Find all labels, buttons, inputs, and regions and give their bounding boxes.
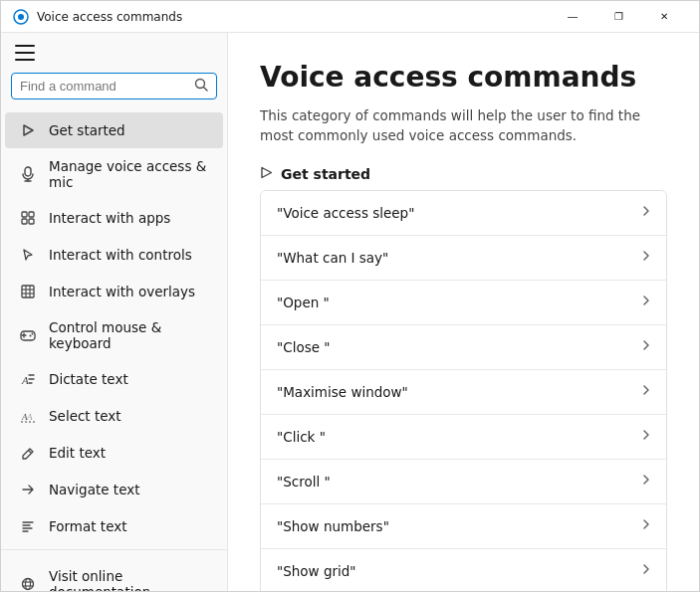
- sidebar-bottom: Visit online documentation Download comm…: [1, 549, 227, 591]
- sidebar-item-label: Control mouse & keyboard: [49, 319, 209, 351]
- command-list: "Voice access sleep" "What can I say" "O…: [260, 190, 667, 592]
- globe-icon: [19, 575, 37, 591]
- command-item[interactable]: "Voice access sleep": [261, 191, 666, 236]
- command-text: "Open ": [277, 295, 330, 310]
- command-item[interactable]: "What can I say": [261, 236, 666, 281]
- sidebar-item-label: Interact with apps: [49, 210, 170, 226]
- search-box[interactable]: [11, 73, 217, 99]
- window-controls: — ❐ ✕: [550, 1, 687, 33]
- page-description: This category of commands will help the …: [260, 105, 667, 146]
- command-text: "Show numbers": [277, 518, 389, 534]
- sidebar: Get started Manage voice access & mic: [1, 33, 228, 591]
- search-input[interactable]: [20, 79, 194, 94]
- overlays-icon: [19, 283, 37, 300]
- svg-rect-5: [25, 167, 31, 176]
- command-item[interactable]: "Close ": [261, 325, 666, 370]
- svg-point-18: [30, 335, 32, 337]
- chevron-right-icon: [642, 474, 650, 489]
- chevron-right-icon: [642, 339, 650, 354]
- chevron-right-icon: [642, 384, 650, 399]
- sidebar-item-label: Manage voice access & mic: [49, 158, 209, 190]
- sidebar-item-get-started[interactable]: Get started: [5, 112, 223, 148]
- svg-rect-9: [29, 212, 34, 217]
- edit-icon: [19, 444, 37, 462]
- chevron-right-icon: [642, 205, 650, 220]
- sidebar-item-visit-docs[interactable]: Visit online documentation: [5, 559, 223, 591]
- sidebar-item-label: Interact with overlays: [49, 284, 195, 299]
- window-title: Voice access commands: [37, 10, 550, 24]
- navigate-icon: [19, 481, 37, 498]
- command-text: "Close ": [277, 339, 331, 355]
- command-item[interactable]: "Maximise window": [261, 370, 666, 415]
- chevron-right-icon: [642, 295, 650, 309]
- sidebar-item-manage-voice[interactable]: Manage voice access & mic: [5, 149, 223, 199]
- sidebar-item-label: Format text: [49, 518, 127, 534]
- sidebar-item-navigate-text[interactable]: Navigate text: [5, 472, 223, 507]
- command-item[interactable]: "Click ": [261, 415, 666, 460]
- dictate-icon: A: [19, 370, 37, 388]
- command-item[interactable]: "Show numbers": [261, 504, 666, 549]
- svg-point-35: [26, 579, 31, 590]
- svg-rect-8: [22, 212, 27, 217]
- svg-text:A: A: [26, 412, 33, 422]
- gamepad-icon: [19, 326, 37, 344]
- sidebar-item-select-text[interactable]: A A Select text: [5, 398, 223, 434]
- svg-point-34: [23, 579, 34, 590]
- svg-rect-10: [22, 219, 27, 224]
- nav-items: Get started Manage voice access & mic: [1, 107, 227, 549]
- grid-icon: [19, 209, 37, 227]
- sidebar-item-label: Edit text: [49, 445, 106, 461]
- sidebar-item-label: Select text: [49, 408, 121, 424]
- sidebar-item-label: Dictate text: [49, 371, 128, 387]
- svg-line-3: [204, 88, 208, 92]
- title-bar: Voice access commands — ❐ ✕: [1, 1, 699, 33]
- command-item[interactable]: "Open ": [261, 281, 666, 325]
- section-header: Get started: [260, 166, 667, 182]
- svg-text:A: A: [21, 374, 29, 386]
- svg-rect-11: [29, 219, 34, 224]
- sidebar-item-label: Get started: [49, 122, 125, 138]
- cursor-icon: [19, 246, 37, 264]
- svg-marker-4: [24, 125, 33, 135]
- mic-icon: [19, 165, 37, 183]
- close-button[interactable]: ✕: [641, 1, 687, 33]
- chevron-right-icon: [642, 518, 650, 533]
- section-title: Get started: [281, 166, 370, 182]
- sidebar-item-interact-overlays[interactable]: Interact with overlays: [5, 274, 223, 309]
- chevron-right-icon: [642, 563, 650, 578]
- command-item[interactable]: "Scroll ": [261, 460, 666, 504]
- svg-point-1: [18, 14, 24, 20]
- chevron-right-icon: [642, 429, 650, 444]
- command-text: "Maximise window": [277, 384, 408, 400]
- chevron-right-icon: [642, 250, 650, 265]
- select-icon: A A: [19, 407, 37, 425]
- page-title: Voice access commands: [260, 61, 667, 94]
- sidebar-item-edit-text[interactable]: Edit text: [5, 435, 223, 471]
- main-content: Voice access commands This category of c…: [228, 33, 699, 591]
- command-item[interactable]: "Show grid": [261, 549, 666, 592]
- sidebar-item-dictate-text[interactable]: A Dictate text: [5, 361, 223, 397]
- hamburger-button[interactable]: [1, 33, 227, 65]
- command-text: "Show grid": [277, 563, 356, 579]
- command-text: "Scroll ": [277, 474, 331, 490]
- sidebar-item-control-mouse[interactable]: Control mouse & keyboard: [5, 310, 223, 360]
- play-icon: [19, 121, 37, 139]
- hamburger-icon: [15, 45, 35, 61]
- search-icon: [194, 78, 208, 95]
- sidebar-item-label: Navigate text: [49, 482, 140, 497]
- maximize-button[interactable]: ❐: [595, 1, 641, 33]
- sidebar-item-label: Visit online documentation: [49, 568, 209, 591]
- sidebar-item-label: Interact with controls: [49, 247, 192, 263]
- app-icon: [13, 9, 29, 25]
- app-window: Voice access commands — ❐ ✕: [0, 0, 700, 592]
- sidebar-item-interact-controls[interactable]: Interact with controls: [5, 237, 223, 273]
- svg-rect-12: [22, 286, 34, 297]
- sidebar-item-interact-apps[interactable]: Interact with apps: [5, 200, 223, 236]
- format-icon: [19, 517, 37, 535]
- command-text: "Voice access sleep": [277, 205, 414, 221]
- sidebar-item-format-text[interactable]: Format text: [5, 508, 223, 544]
- section-play-icon: [260, 166, 273, 182]
- app-body: Get started Manage voice access & mic: [1, 33, 699, 591]
- svg-marker-39: [262, 167, 272, 177]
- minimize-button[interactable]: —: [550, 1, 595, 33]
